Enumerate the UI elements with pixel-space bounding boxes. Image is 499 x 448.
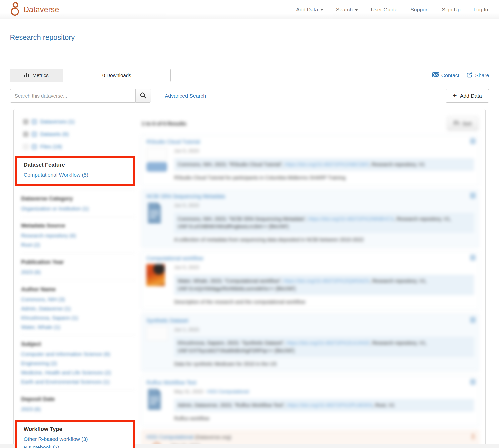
facet-link[interactable]: Medicine, Health and Life Sciences (2) [21,369,135,377]
share-link[interactable]: Share [467,72,489,79]
facet-link[interactable]: 2023 (6) [21,268,135,276]
dataset-feature-facet-highlighted: Dataset Feature Computational Workflow (… [15,156,135,186]
facet-link-computational-workflow[interactable]: Computational Workflow (5) [24,171,128,179]
facet-link[interactable]: Root (2) [21,241,135,249]
nav-sign-up[interactable]: Sign Up [442,7,461,13]
type-filter-files[interactable]: Files (19) [23,144,135,150]
result-description: Ruffus workflow [174,416,474,421]
contact-link[interactable]: Contact [432,72,459,79]
facet-link-r-notebook[interactable]: R Notebook (2) [24,443,128,448]
facet-section-subject: Subject Computer and Information Science… [21,335,135,390]
doi-link[interactable]: https://doi.org/10.48372/FK2/ABCDEF [285,162,369,167]
facet-link[interactable]: 2023 (6) [21,405,135,413]
facet-link[interactable]: Organization or Institution (1) [21,205,135,213]
file-icon [146,202,162,224]
dataset-badge-icon [471,317,475,324]
result-title-link[interactable]: Synthetic Dataset [146,318,188,324]
result-card: NCBI SRA Sequencing Metadata [142,190,479,247]
result-citation: Khrushnova, Sapann, 2023, "Synthetic Dat… [174,337,474,357]
facet-link[interactable]: Admin, Dataverse (1) [21,305,135,313]
facet-link[interactable]: Water, Whale (1) [21,323,135,331]
facet-link[interactable]: Commons, NIH (3) [21,295,135,304]
facet-link[interactable]: Earth and Environmental Sciences (1) [21,378,135,386]
plus-icon: + [453,92,457,99]
search-row: Advanced Search + Add Data [10,89,489,103]
checkbox[interactable] [23,119,28,124]
result-date: Jun 5, 2023 [174,265,474,270]
file-icon [146,388,162,410]
top-navbar: Dataverse Add Data Search User Guide Sup… [0,0,499,19]
nav-support[interactable]: Support [410,7,429,13]
nav-search[interactable]: Search [336,7,358,13]
result-date: May 31, 2023 - HSS Computational [174,389,474,394]
nav-user-guide[interactable]: User Guide [371,7,397,13]
result-thumbnail[interactable] [146,264,169,305]
dataverse-badge-icon [471,434,475,441]
bar-chart-icon [24,72,30,79]
result-title-suffix: (Dataverse.org) [193,434,231,440]
contact-share-links: Contact Share [432,72,489,79]
result-description: RStudio Cloud Tutorial for participants … [174,175,474,181]
result-thumbnail[interactable] [146,326,169,367]
blurred-facet-sections: Dataverse Category Organization or Insti… [21,190,135,417]
facet-link[interactable]: Computer and Information Science (6) [21,350,135,358]
dataset-badge-icon [471,193,475,199]
result-date: Jun 1, 2023 [174,327,474,332]
facet-link-other-r-based[interactable]: Other R-based workflow (3) [24,435,128,443]
facet-link[interactable]: Engineering (2) [21,359,135,368]
doi-link[interactable]: https://doi.org/10.48372/FK2/LKJHGF [287,340,369,346]
doi-link[interactable]: https://doi.org/10.48372/FK2/PLMOKN [287,402,372,408]
result-title-link[interactable]: NCBI SRA Sequencing Metadata [146,193,225,200]
dataset-badge-icon [471,138,475,145]
result-card: Ruffus Workflow Test [142,376,479,426]
result-description: A collection of metadata from sequencing… [174,237,474,243]
result-thumbnail[interactable] [146,388,169,421]
sort-button[interactable]: Sort [447,117,478,131]
facet-section-metadata-source: Metadata Source Research repository (6) … [21,217,135,253]
facet-link[interactable]: Research repository (6) [21,232,135,240]
thumbnail-image [146,326,168,341]
result-title-link[interactable]: RStudio Cloud Tutorial [146,139,200,145]
result-title-link[interactable]: Computational workflow [146,255,203,262]
facet-sidebar: Dataverses (1) Datasets (6) Files (19) D… [21,115,135,448]
nav-add-data[interactable]: Add Data [296,7,323,13]
workflow-type-facet-highlighted: Workflow Type Other R-based workflow (3)… [15,420,135,448]
checkbox[interactable] [23,132,28,137]
dataverse-logo[interactable]: Dataverse [10,2,59,17]
dataset-type-icon [32,132,37,137]
type-filter-group: Dataverses (1) Datasets (6) Files (19) [21,119,135,150]
envelope-icon [432,72,439,79]
parent-dataverse-link[interactable]: HSS Computational [207,389,249,394]
metrics-button[interactable]: Metrics [10,69,63,82]
facet-link[interactable]: Khrushnova, Sapann (1) [21,314,135,322]
type-filter-dataverses[interactable]: Dataverses (1) [23,119,135,125]
chevron-down-icon [355,9,358,11]
thumbnail-logo-bar [146,162,167,172]
result-card: Synthetic Dataset Jun 1, 2023 Khrushnova… [142,314,479,372]
checkbox[interactable] [23,144,28,149]
result-thumbnail[interactable] [146,147,169,181]
doi-link[interactable]: https://doi.org/10.48372/FK2/MNBVCX [308,216,394,222]
type-filter-datasets[interactable]: Datasets (6) [23,131,135,137]
search-input[interactable] [10,89,135,103]
result-thumbnail[interactable] [146,202,169,243]
thumbnail-image [146,264,165,286]
result-date: Jun 5, 2023 [174,148,474,154]
result-card: RStudio Cloud Tutorial Jun 5, 2023 Commo… [142,135,479,185]
result-title-link[interactable]: Ruffus Workflow Test [146,380,196,386]
add-data-button[interactable]: + Add Data [446,89,489,103]
results-count: 1 to 6 of 6 Results [142,121,186,127]
brand-name: Dataverse [23,5,59,14]
doi-link[interactable]: https://doi.org/10.48372/FK2/QWSAZX [284,278,370,284]
downloads-metric[interactable]: 0 Downloads [63,69,171,82]
page-title[interactable]: Research repository [10,33,489,42]
search-button[interactable] [135,89,151,103]
dataverse-type-icon [32,119,37,124]
result-citation: Water, Whale, 2023, "Computational workf… [174,275,474,295]
result-citation: Admin, Dataverse, 2023, "Ruffus Workflow… [174,399,474,412]
nav-log-in[interactable]: Log In [474,7,488,13]
chevron-down-icon [320,9,323,11]
advanced-search-link[interactable]: Advanced Search [165,93,206,99]
thumbnail-image [146,148,167,160]
result-title-link[interactable]: HSS Computational [146,434,193,440]
